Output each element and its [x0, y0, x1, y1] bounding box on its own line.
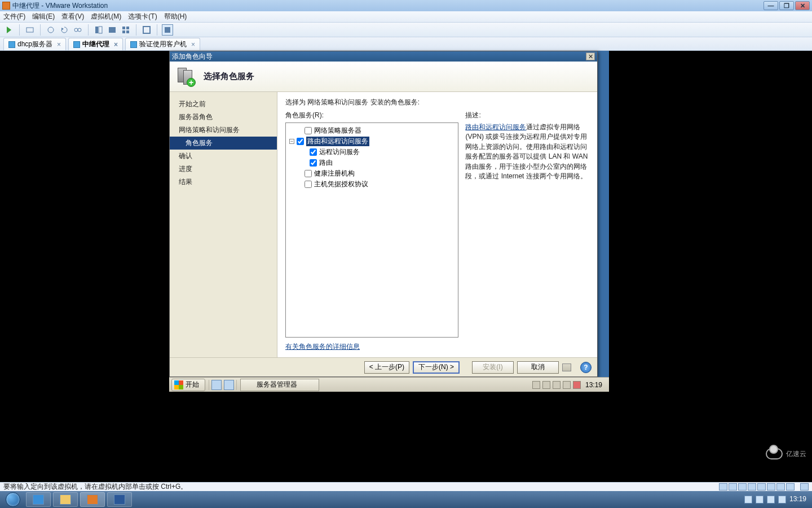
- checkbox-rras[interactable]: [297, 138, 304, 145]
- vmware-tabstrip: dhcp服务器× 中继代理× 验证使用客户机×: [0, 37, 812, 51]
- tray-up-icon[interactable]: [744, 496, 752, 503]
- device-display-icon[interactable]: [786, 483, 795, 491]
- role-services-tree[interactable]: 网络策略服务器 −路由和远程访问服务 远程访问服务 路由 健康注册机构 主机凭据…: [285, 122, 458, 338]
- checkbox-ras[interactable]: [310, 148, 317, 156]
- guest-start-button[interactable]: 开始: [171, 379, 205, 391]
- cloud-icon: [766, 448, 783, 459]
- tree-node-hra[interactable]: 健康注册机构: [287, 168, 457, 179]
- more-info-link[interactable]: 有关角色服务的详细信息: [285, 343, 360, 351]
- host-minimize-button[interactable]: —: [764, 1, 778, 10]
- menu-help[interactable]: 帮助(H): [164, 12, 187, 21]
- vm-tab-label: 中继代理: [82, 40, 109, 49]
- tree-label: 路由: [319, 158, 333, 168]
- next-button[interactable]: 下一步(N) >: [413, 361, 460, 374]
- taskbar-ie[interactable]: [26, 492, 51, 507]
- tree-node-hcap[interactable]: 主机凭据授权协议: [287, 179, 457, 190]
- send-cad-icon[interactable]: [24, 24, 36, 36]
- close-tab-icon[interactable]: ×: [191, 41, 195, 49]
- checkbox-hcap[interactable]: [304, 181, 312, 188]
- guest-display-area[interactable]: 添加角色向导 ✕ 选择角色服务 开始之前 服务器角色 网络策略和访问服务 角色服…: [0, 51, 812, 482]
- tree-label: 主机凭据授权协议: [314, 179, 368, 189]
- vm-tab-dhcp[interactable]: dhcp服务器×: [3, 38, 66, 50]
- close-tab-icon[interactable]: ×: [114, 41, 118, 49]
- install-button: 安装(I): [472, 361, 514, 374]
- console-view-icon[interactable]: [107, 24, 118, 36]
- tray-flag-icon[interactable]: [756, 496, 764, 503]
- device-network-icon[interactable]: [748, 483, 756, 491]
- cancel-button[interactable]: 取消: [517, 361, 559, 374]
- vm-icon: [130, 41, 137, 48]
- device-printer-icon[interactable]: [776, 483, 785, 491]
- snapshot-revert-icon[interactable]: [59, 24, 70, 36]
- menu-tabs[interactable]: 选项卡(T): [128, 12, 157, 21]
- nav-role-services[interactable]: 角色服务: [170, 137, 277, 150]
- description-link[interactable]: 路由和远程访问服务: [465, 123, 526, 131]
- help-icon[interactable]: ?: [580, 362, 592, 373]
- nav-before[interactable]: 开始之前: [170, 98, 277, 111]
- unity-icon[interactable]: [93, 24, 104, 36]
- snapshot-icon[interactable]: [45, 24, 56, 36]
- show-desktop-icon[interactable]: [211, 380, 222, 390]
- host-clock[interactable]: 13:19: [789, 496, 806, 503]
- wizard-titlebar[interactable]: 添加角色向导 ✕: [170, 51, 597, 62]
- nav-nps[interactable]: 网络策略和访问服务: [170, 124, 277, 137]
- guest-clock[interactable]: 13:19: [583, 381, 604, 389]
- close-tab-icon[interactable]: ×: [57, 41, 61, 49]
- host-start-button[interactable]: [2, 492, 24, 507]
- tray-volume-icon[interactable]: [563, 381, 571, 389]
- description-title: 描述:: [465, 111, 589, 120]
- checkbox-nps[interactable]: [304, 127, 312, 134]
- menu-vm[interactable]: 虚拟机(M): [91, 12, 121, 21]
- taskbar-word[interactable]: [107, 492, 132, 507]
- menu-file[interactable]: 文件(F): [3, 12, 25, 21]
- role-services-label: 角色服务(R):: [285, 111, 458, 120]
- wizard-content: 选择为 网络策略和访问服务 安装的角色服务: 角色服务(R): 网络策略服务器 …: [277, 92, 597, 357]
- snapshot-manager-icon[interactable]: [72, 24, 83, 36]
- tray-network-icon[interactable]: [767, 496, 775, 503]
- tray-icon[interactable]: [542, 381, 550, 389]
- host-close-button[interactable]: ✕: [795, 1, 810, 10]
- device-floppy-icon[interactable]: [738, 483, 747, 491]
- power-on-icon[interactable]: [3, 24, 15, 36]
- tray-volume-icon[interactable]: [778, 496, 786, 503]
- message-log-icon[interactable]: [800, 483, 809, 491]
- nav-results[interactable]: 结果: [170, 176, 277, 189]
- device-hdd-icon[interactable]: [719, 483, 727, 491]
- word-icon: [114, 494, 125, 505]
- watermark: 亿速云: [766, 448, 806, 459]
- checkbox-hra[interactable]: [304, 170, 312, 177]
- svg-rect-8: [109, 27, 116, 33]
- exclusive-mode-icon[interactable]: [162, 24, 173, 36]
- shield-icon: [562, 364, 571, 371]
- tree-node-rras[interactable]: −路由和远程访问服务: [287, 136, 457, 147]
- device-usb-icon[interactable]: [757, 483, 766, 491]
- fullscreen-icon[interactable]: [141, 24, 152, 36]
- nav-confirm[interactable]: 确认: [170, 150, 277, 163]
- tree-node-ras[interactable]: 远程访问服务: [287, 147, 457, 157]
- wizard-close-button[interactable]: ✕: [586, 52, 595, 60]
- host-maximize-button[interactable]: ❐: [779, 1, 794, 10]
- taskbar-explorer[interactable]: [53, 492, 78, 507]
- device-sound-icon[interactable]: [767, 483, 775, 491]
- menu-view[interactable]: 查看(V): [61, 12, 84, 21]
- server-manager-icon[interactable]: [224, 380, 234, 390]
- vm-tab-relay[interactable]: 中继代理×: [68, 38, 123, 50]
- collapse-icon[interactable]: −: [289, 139, 294, 144]
- checkbox-routing[interactable]: [310, 159, 317, 167]
- tray-icon[interactable]: [532, 381, 540, 389]
- tree-node-nps[interactable]: 网络策略服务器: [287, 125, 457, 136]
- tray-network-icon[interactable]: [553, 381, 561, 389]
- nav-progress[interactable]: 进度: [170, 163, 277, 176]
- description-body: 通过虚拟专用网络 (VPN) 或拨号连接为远程用户提供对专用网络上资源的访问。使…: [465, 123, 588, 180]
- taskbar-vmware[interactable]: [80, 492, 105, 507]
- tray-alert-icon[interactable]: [573, 381, 581, 389]
- taskbar-server-manager[interactable]: 服务器管理器: [240, 379, 319, 391]
- thumbnail-view-icon[interactable]: [120, 24, 131, 36]
- tree-node-routing[interactable]: 路由: [287, 157, 457, 168]
- host-taskbar: 13:19: [0, 491, 812, 508]
- vm-tab-client[interactable]: 验证使用客户机×: [125, 38, 200, 50]
- nav-server-roles[interactable]: 服务器角色: [170, 111, 277, 124]
- menu-edit[interactable]: 编辑(E): [32, 12, 55, 21]
- prev-button[interactable]: < 上一步(P): [364, 361, 409, 374]
- device-cd-icon[interactable]: [729, 483, 737, 491]
